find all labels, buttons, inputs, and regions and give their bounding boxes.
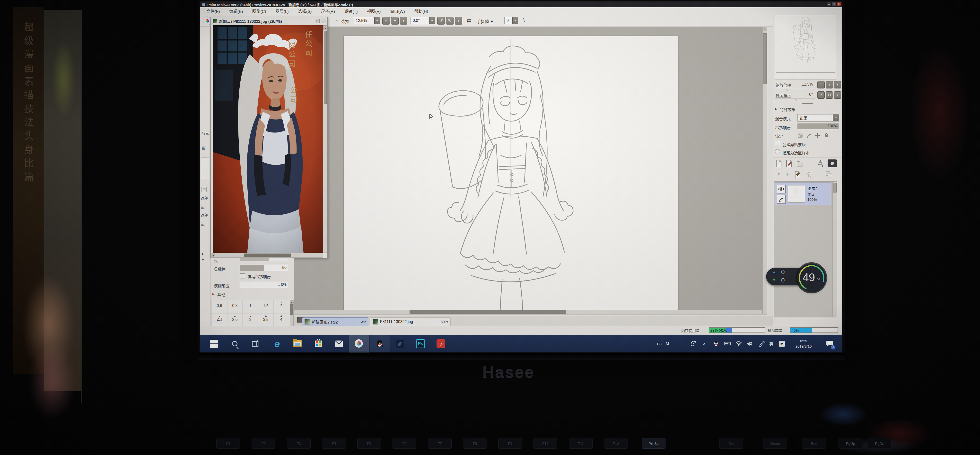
brush-size-cell[interactable]: 1	[243, 300, 258, 313]
canvas[interactable]	[344, 36, 678, 315]
fx-arrow-icon[interactable]: ▶	[775, 107, 777, 111]
layer-mask-icon[interactable]	[795, 171, 801, 178]
minimize-button[interactable]: –	[827, 2, 831, 6]
opacity-slider[interactable]: 100%	[797, 124, 839, 129]
key-f11[interactable]: F11	[569, 438, 593, 449]
panel-rotate-cw-button[interactable]: ↻	[826, 91, 833, 99]
brush-size-cell[interactable]: 2.6	[227, 313, 243, 327]
reference-close-button[interactable]: ×	[321, 19, 326, 23]
key-f2[interactable]: F2	[251, 438, 275, 449]
key-end[interactable]: End	[802, 438, 826, 449]
clipping-mask-checkbox[interactable]	[775, 141, 780, 146]
battery-icon[interactable]	[724, 335, 731, 352]
key-f12[interactable]: F12	[604, 438, 628, 449]
taskbar-search-button[interactable]	[225, 335, 245, 352]
angle-dropdown-icon[interactable]: ▾	[429, 17, 434, 24]
key-f6[interactable]: F6	[393, 438, 416, 449]
maximize-button[interactable]: □	[832, 2, 836, 6]
brush-size-cell[interactable]: 0.6	[212, 300, 227, 313]
reference-window-titlebar[interactable]: 新加... / P81111-130322.jpg (29.7%) □ ×	[211, 17, 328, 25]
blur-pressure-slider[interactable]: ... 0%	[240, 282, 288, 288]
tool-label-normal[interactable]: 正	[202, 187, 207, 192]
sai-taskbar-button[interactable]	[349, 335, 369, 352]
layer-visibility-toggle[interactable]	[777, 185, 786, 194]
menu-filter[interactable]: 滤镜(T)	[344, 8, 358, 14]
tool-label-brush1[interactable]: 画笔	[201, 196, 208, 200]
key-f10[interactable]: F10	[533, 438, 557, 449]
menu-window[interactable]: 窗口(W)	[390, 8, 405, 14]
rotate-cw-button[interactable]: ↻	[446, 17, 453, 25]
merge-down-icon[interactable]: ▼	[776, 172, 781, 177]
canvas-vscroll-thumb[interactable]	[763, 33, 767, 84]
lock-transparency-icon[interactable]	[797, 133, 803, 138]
brush-size-cell[interactable]: 1.5	[258, 300, 274, 313]
brush-scroll-up-icon[interactable]: ▴	[290, 300, 293, 304]
zoom-slider-line[interactable]	[775, 88, 815, 88]
reference-vscrollbar[interactable]: ▴	[323, 25, 328, 253]
zoom-slider-marker[interactable]: △	[786, 88, 788, 91]
ref-scroll-left-icon[interactable]: ◂	[211, 253, 215, 258]
navigator[interactable]	[775, 15, 836, 80]
key-f4[interactable]: F4	[322, 438, 346, 449]
reference-photo[interactable]: 限公司 任公司 公司	[213, 25, 323, 253]
tab-canvas[interactable]: 新建画布2.sai2 13%	[302, 317, 369, 326]
panel-rotate-reset-button[interactable]: ■	[834, 91, 841, 99]
close-button[interactable]: ×	[837, 2, 841, 6]
lock-move-icon[interactable]	[815, 133, 820, 138]
tool-label-min2[interactable]: 最	[201, 221, 205, 226]
menu-edit[interactable]: 编辑(E)	[229, 8, 243, 14]
zoom-input[interactable]: 12.5% ▾	[354, 17, 380, 24]
key-pgdn[interactable]: PgDn	[868, 438, 891, 449]
layer-row[interactable]: 图层1 正常 100%	[775, 183, 831, 205]
new-layer-icon[interactable]	[776, 160, 782, 167]
key-pgup[interactable]: PgUp	[838, 438, 862, 449]
copy-layer-icon[interactable]	[826, 171, 833, 178]
zoom-reset-button[interactable]: ■	[400, 17, 407, 25]
lock-all-icon[interactable]	[824, 133, 829, 138]
add-layer-icon[interactable]: +	[786, 172, 789, 178]
tray-chevron-icon[interactable]: ∧	[703, 335, 706, 352]
key-f3[interactable]: F3	[287, 438, 310, 449]
tool-label-brush2[interactable]: 画笔	[201, 212, 208, 218]
taskbar-clock[interactable]: 0:25 2019/3/10	[789, 335, 818, 352]
angle-slider-marker[interactable]: △	[795, 98, 797, 102]
menu-file[interactable]: 文件(F)	[206, 8, 220, 14]
key-f5[interactable]: F5	[357, 438, 381, 449]
zoom-in-button[interactable]: +	[391, 17, 399, 25]
others-section-label[interactable]: 其他	[217, 291, 225, 297]
mail-button[interactable]	[329, 335, 349, 352]
ime-mode-box[interactable]: M	[666, 335, 669, 352]
stabilizer-dropdown-icon[interactable]: ▾	[512, 17, 518, 24]
tool-label-marker[interactable]: 马克	[202, 130, 209, 135]
selection-caret-icon[interactable]: ▾	[336, 19, 338, 22]
layer-draw-toggle[interactable]	[777, 195, 786, 204]
edge-button[interactable]: e	[267, 335, 287, 352]
file-explorer-button[interactable]	[288, 335, 307, 352]
keep-opacity-checkbox[interactable]	[240, 274, 245, 279]
qq-tray-icon[interactable]	[713, 335, 719, 352]
tool-label-min1[interactable]: 最	[201, 204, 205, 209]
color-extension-slider[interactable]: 50	[240, 265, 288, 271]
lock-draw-icon[interactable]	[806, 133, 811, 138]
wifi-icon[interactable]	[735, 335, 742, 352]
windows-ink-icon[interactable]	[759, 335, 765, 352]
reference-hscrollbar[interactable]: ◂	[211, 253, 323, 258]
menu-image[interactable]: 图像(C)	[252, 8, 266, 14]
photoshop-button[interactable]: Ps	[410, 335, 430, 352]
panel-zoom-out-button[interactable]: −	[818, 81, 825, 89]
layer-list-scrollbar[interactable]	[832, 181, 837, 317]
start-button[interactable]	[204, 335, 224, 352]
ref-scroll-up-icon[interactable]: ▴	[323, 25, 327, 30]
rotate-ccw-button[interactable]: ↺	[437, 17, 445, 25]
key-prtsc[interactable]: Prt Sc	[642, 438, 665, 449]
ime-cn-en-indicator[interactable]: 英	[769, 335, 773, 352]
selection-sample-radio[interactable]	[775, 149, 780, 154]
task-view-button[interactable]	[245, 335, 265, 352]
menu-ruler[interactable]: 尺子(R)	[321, 8, 335, 14]
brush-grid-scrollbar[interactable]: ▴	[290, 300, 294, 327]
panel-grip[interactable]	[802, 103, 813, 104]
net-speed-widget[interactable]: ▲ 0 ▼ 0 49 %	[766, 264, 827, 293]
volume-icon[interactable]	[746, 335, 753, 352]
key-f9[interactable]: F9	[498, 438, 522, 449]
netease-music-button[interactable]: ♪	[431, 335, 451, 352]
